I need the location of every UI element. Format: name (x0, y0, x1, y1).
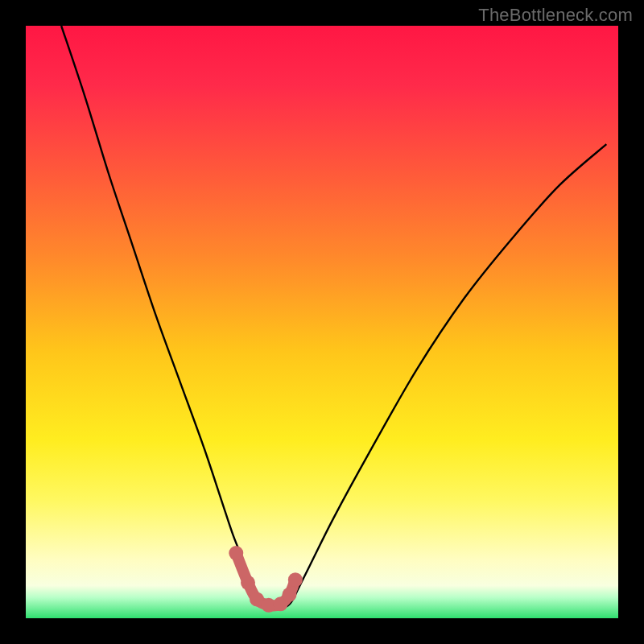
outer-frame: TheBottleneck.com (0, 0, 644, 644)
gradient-background (26, 26, 618, 618)
marker-point (229, 546, 243, 560)
marker-point (288, 572, 303, 587)
marker-point (283, 588, 297, 602)
marker-point (241, 576, 255, 590)
chart-plot-area (26, 26, 618, 618)
watermark-text: TheBottleneck.com (478, 5, 633, 26)
chart-svg (26, 26, 618, 618)
